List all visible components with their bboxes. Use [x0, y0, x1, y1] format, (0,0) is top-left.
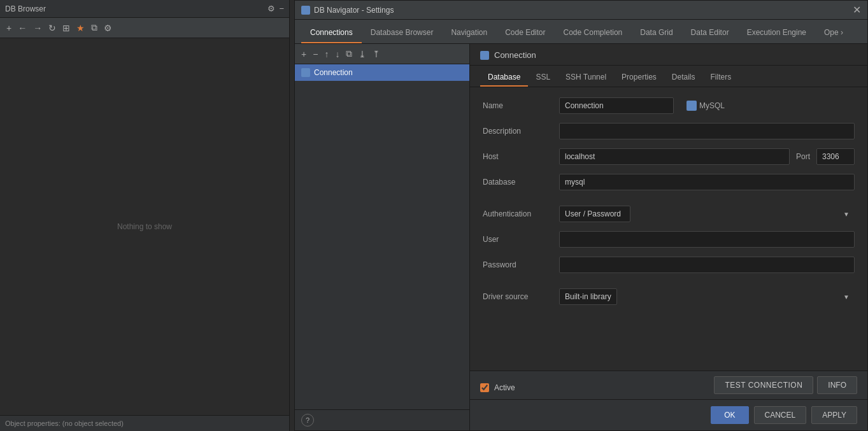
driver-select-arrow: ▼	[843, 293, 850, 300]
info-button[interactable]: INFO	[817, 376, 857, 394]
settings-title-icon	[301, 6, 310, 15]
db-browser-panel: DB Browser ⚙ − + ← → ↻ ⊞ ★ ⧉ ⚙ Nothing t…	[0, 0, 290, 431]
host-row: Host Port	[483, 148, 855, 165]
connection-list: Connection	[295, 64, 469, 409]
connections-toolbar: + − ↑ ↓ ⧉ ⤓ ⤒	[295, 44, 469, 64]
add-btn[interactable]: +	[299, 48, 309, 60]
sub-tab-details[interactable]: Details	[664, 69, 703, 87]
settings-dialog: DB Navigator - Settings ✕ Connections Da…	[294, 0, 868, 431]
refresh-btn[interactable]: ↻	[46, 22, 59, 34]
db-browser-toolbar: + ← → ↻ ⊞ ★ ⧉ ⚙	[0, 18, 289, 38]
tab-navigation[interactable]: Navigation	[442, 23, 496, 43]
port-label: Port	[796, 152, 810, 161]
bottom-left: Active	[480, 378, 515, 392]
tab-data-grid[interactable]: Data Grid	[631, 23, 681, 43]
user-input[interactable]	[559, 231, 855, 248]
tab-database-browser[interactable]: Database Browser	[362, 23, 443, 43]
settings-titlebar: DB Navigator - Settings ✕	[295, 1, 867, 20]
connection-item[interactable]: Connection	[295, 64, 469, 81]
import-btn[interactable]: ⤓	[356, 48, 369, 60]
authentication-label: Authentication	[483, 209, 553, 218]
db-type-badge: MySQL	[687, 101, 725, 111]
tab-data-editor[interactable]: Data Editor	[682, 23, 738, 43]
active-label: Active	[494, 383, 515, 392]
description-row: Description	[483, 123, 855, 139]
auth-select-arrow: ▼	[843, 211, 850, 218]
back-btn[interactable]: ←	[15, 22, 29, 34]
settings-btn2[interactable]: ⚙	[101, 22, 115, 34]
db-browser-titlebar-icons: ⚙ −	[267, 4, 284, 13]
connection-icon	[301, 68, 310, 77]
connections-footer: ?	[295, 409, 469, 430]
bottom-bar: Active TEST CONNECTION INFO	[470, 371, 867, 399]
sub-tab-ssl[interactable]: SSL	[528, 69, 558, 87]
forward-btn[interactable]: →	[31, 22, 45, 34]
settings-title-bar: DB Navigator - Settings	[301, 6, 394, 15]
password-row: Password	[483, 257, 855, 273]
connection-details-header: Connection	[470, 44, 867, 66]
tab-code-completion[interactable]: Code Completion	[555, 23, 632, 43]
host-input[interactable]	[559, 148, 790, 165]
port-input[interactable]	[816, 148, 855, 165]
name-input[interactable]	[559, 97, 674, 114]
database-input[interactable]	[559, 174, 855, 190]
apply-button[interactable]: APPLY	[811, 406, 857, 424]
description-input[interactable]	[559, 123, 855, 139]
tab-more[interactable]: Ope ›	[815, 23, 852, 43]
mysql-icon	[687, 101, 697, 111]
minimize-icon[interactable]: −	[279, 4, 284, 13]
dialog-actions: OK CANCEL APPLY	[470, 399, 867, 430]
test-connection-button[interactable]: TEST CONNECTION	[714, 376, 813, 394]
db-browser-title: DB Browser	[5, 4, 46, 13]
password-label: Password	[483, 260, 553, 269]
driver-source-select[interactable]: Built-in library Custom	[559, 288, 617, 305]
db-type-label: MySQL	[699, 101, 725, 110]
tab-code-editor[interactable]: Code Editor	[496, 23, 554, 43]
name-label: Name	[483, 101, 553, 110]
help-button[interactable]: ?	[301, 414, 314, 427]
active-checkbox[interactable]	[480, 383, 489, 392]
driver-source-select-wrapper: Built-in library Custom ▼	[559, 288, 855, 305]
settings-tabs: Connections Database Browser Navigation …	[295, 20, 867, 44]
description-label: Description	[483, 127, 553, 136]
connection-form: Name MySQL Description Host	[470, 87, 867, 371]
database-row: Database	[483, 174, 855, 190]
move-up-btn[interactable]: ↑	[322, 48, 331, 60]
authentication-select-wrapper: User / Password No authentication ▼	[559, 206, 855, 222]
user-label: User	[483, 235, 553, 244]
ok-button[interactable]: OK	[711, 406, 748, 424]
sub-tab-database[interactable]: Database	[480, 69, 528, 87]
settings-body: + − ↑ ↓ ⧉ ⤓ ⤒ Connection ? Con	[295, 44, 867, 430]
authentication-select[interactable]: User / Password No authentication	[559, 206, 630, 222]
filter-btn[interactable]: ⊞	[60, 22, 73, 34]
sub-tab-ssh-tunnel[interactable]: SSH Tunnel	[558, 69, 614, 87]
active-row: Active	[480, 383, 515, 392]
connection-details-title: Connection	[494, 50, 536, 60]
tab-execution-engine[interactable]: Execution Engine	[738, 23, 815, 43]
driver-source-row: Driver source Built-in library Custom ▼	[483, 288, 855, 305]
bottom-right: TEST CONNECTION INFO	[714, 376, 857, 394]
bookmark-btn[interactable]: ★	[74, 22, 87, 34]
settings-icon[interactable]: ⚙	[267, 4, 275, 13]
connections-panel: + − ↑ ↓ ⧉ ⤓ ⤒ Connection ?	[295, 44, 470, 430]
connection-details: Connection Database SSL SSH Tunnel Prope…	[470, 44, 867, 430]
remove-btn[interactable]: −	[310, 48, 320, 60]
export-btn[interactable]: ⤒	[370, 48, 383, 60]
authentication-row: Authentication User / Password No authen…	[483, 206, 855, 222]
cancel-button[interactable]: CANCEL	[754, 406, 807, 424]
sub-tab-filters[interactable]: Filters	[703, 69, 739, 87]
object-properties-footer: Object properties: (no object selected)	[0, 415, 289, 431]
move-down-btn[interactable]: ↓	[332, 48, 342, 60]
database-label: Database	[483, 178, 553, 187]
sub-tabs: Database SSL SSH Tunnel Properties Detai…	[470, 66, 867, 87]
sub-tab-properties[interactable]: Properties	[614, 69, 664, 87]
settings-close-button[interactable]: ✕	[853, 4, 861, 16]
copy-btn[interactable]: ⧉	[89, 21, 100, 34]
db-browser-titlebar: DB Browser ⚙ −	[0, 0, 289, 18]
add-connection-btn[interactable]: +	[4, 22, 14, 34]
tab-connections[interactable]: Connections	[301, 23, 362, 43]
empty-message: Nothing to show	[117, 222, 172, 231]
password-input[interactable]	[559, 257, 855, 273]
host-label: Host	[483, 152, 553, 161]
duplicate-btn[interactable]: ⧉	[343, 47, 355, 60]
